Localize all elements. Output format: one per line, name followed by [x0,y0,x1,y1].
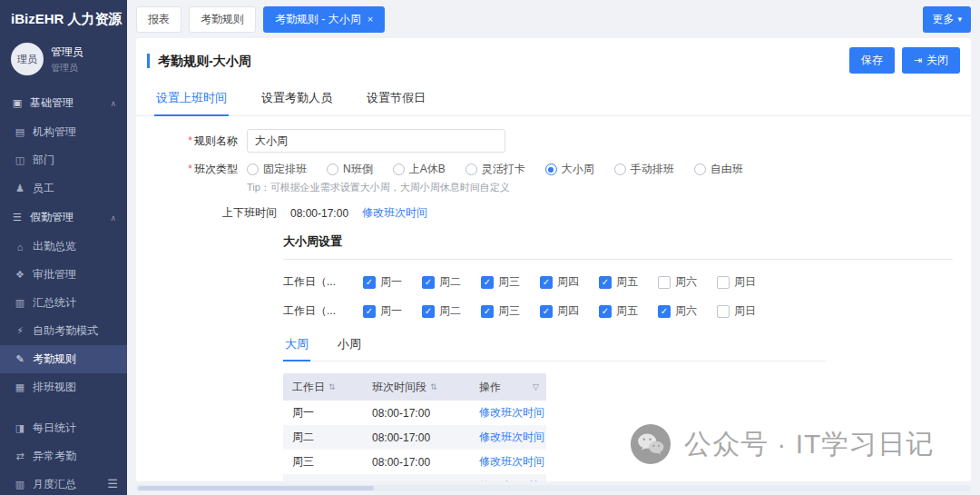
day-label: 周四 [557,303,579,319]
shift-type-option[interactable]: N班倒 [327,162,373,177]
exit-icon: ⇥ [914,54,922,66]
cell-workday: 周一 [283,405,365,421]
swap-arrows-icon: ⇄ [14,450,26,462]
shift-type-options: 固定排班N班倒上A休B灵活打卡大小周手动排班自由班 [247,162,743,177]
page-tab[interactable]: 设置上班时间 [154,83,229,116]
shift-type-option[interactable]: 上A休B [393,162,446,177]
horizontal-scrollbar[interactable] [136,485,971,491]
day-checkbox-option[interactable]: ✓周三 [481,274,520,290]
rule-name-input[interactable] [247,129,505,153]
radio-label: 固定排班 [263,162,307,177]
shift-type-option[interactable]: 自由班 [694,162,743,177]
day-checkbox-option[interactable]: 周日 [717,274,756,290]
day-checkbox-option[interactable]: ✓周一 [363,303,402,319]
tag-icon: ❖ [14,269,26,281]
day-checkbox-option[interactable]: ✓周五 [599,303,638,319]
sidebar-item[interactable]: ◨每日统计 [0,414,127,442]
day-checkbox-option[interactable]: ✓周一 [363,274,402,290]
sidebar-item[interactable]: ♟员工 [0,174,127,203]
user-panel: 理员 管理员 管理员 [0,35,127,86]
day-checkbox-option[interactable]: ✓周二 [422,303,461,319]
page-card: 考勤规则-大小周 保存 ⇥ 关闭 设置上班时间设置考勤人员设置节假日 *规则名称 [136,38,971,481]
close-button[interactable]: ⇥ 关闭 [902,47,960,74]
week-size-tab[interactable]: 大周 [283,332,310,361]
scrollbar-thumb[interactable] [138,486,374,490]
sidebar-item[interactable]: ⌂出勤总览 [0,233,127,261]
filter-icon[interactable]: ▽ [533,382,539,391]
modify-shift-link[interactable]: 修改班次时间 [479,430,544,445]
sidebar-group-label: 基础管理 [30,95,74,111]
save-label: 保存 [861,53,883,68]
sort-icon[interactable]: ⇅ [328,382,336,391]
chevron-up-icon: ∧ [110,213,116,223]
sidebar-item[interactable]: ◫部门 [0,146,127,174]
radio-icon [466,163,477,175]
window-tab[interactable]: 考勤规则 - 大小周× [263,6,385,33]
sidebar-item[interactable]: ▥汇总统计 [0,289,127,317]
day-checkbox-option[interactable]: ✓周五 [599,274,638,290]
radio-label: 手动排班 [631,162,674,177]
sidebar-item-label: 出勤总览 [33,239,76,254]
shift-type-option[interactable]: 灵活打卡 [466,162,525,177]
cell-shift-time: 08:00-17:00 [365,431,465,444]
calendar-icon: ▦ [14,381,26,393]
modify-shift-link[interactable]: 修改班次时间 [479,479,544,481]
day-checkbox-option[interactable]: ✓周二 [422,274,461,290]
sort-icon[interactable]: ⇅ [430,382,437,391]
sidebar-item[interactable]: ✎考勤规则 [0,345,127,373]
window-tab[interactable]: 考勤规则 [189,6,256,33]
checkbox-icon [658,276,671,289]
page-header: 考勤规则-大小周 保存 ⇥ 关闭 [136,38,971,81]
summary-stats-icon: ▥ [14,297,26,309]
worktime-row: 上下班时间 08:00-17:00 修改班次时间 [222,205,953,221]
sidebar-group-header[interactable]: ☰假勤管理∧ [0,203,127,233]
more-label: 更多 [932,12,954,27]
shift-type-option[interactable]: 固定排班 [247,162,307,177]
modify-shift-link[interactable]: 修改班次时间 [479,454,544,470]
shift-type-option[interactable]: 手动排班 [614,162,674,177]
week-size-tab[interactable]: 小周 [336,332,363,361]
avatar: 理员 [11,43,44,75]
sidebar-item[interactable]: ⚡自助考勤模式 [0,317,127,345]
page-tab[interactable]: 设置考勤人员 [260,83,334,115]
sidebar-item[interactable]: ▤机构管理 [0,118,127,146]
day-checkbox-option[interactable]: ✓周四 [540,303,579,319]
day-label: 周一 [380,274,402,290]
sidebar-item[interactable]: ⇄异常考勤 [0,442,127,470]
day-checkbox-option[interactable]: 周日 [717,303,756,319]
required-mark: * [188,134,192,147]
sidebar: iBizEHR 人力资源 理员 管理员 管理员 ▣基础管理∧▤机构管理◫部门♟员… [0,0,127,495]
section-title: 大小周设置 [283,233,953,260]
save-button[interactable]: 保存 [849,47,895,74]
sidebar-item-label: 考勤规则 [33,351,76,367]
week-rows: 工作日（...✓周一✓周二✓周三✓周四✓周五周六周日工作日（...✓周一✓周二✓… [283,274,953,319]
sidebar-item[interactable]: ▦排班视图 [0,373,127,401]
sidebar-collapse-button[interactable]: ☰ [107,477,118,490]
checkbox-icon: ✓ [599,276,612,289]
shift-type-option[interactable]: 大小周 [545,162,594,177]
day-checkbox-option[interactable]: ✓周四 [540,274,579,290]
window-tab[interactable]: 报表 [136,6,181,33]
checkbox-icon: ✓ [599,305,612,318]
table-body: 周一08:00-17:00修改班次时间周二08:00-17:00修改班次时间周三… [283,401,546,481]
day-checkbox-option[interactable]: ✓周六 [658,303,697,319]
caret-down-icon: ▾ [957,15,962,24]
cell-action: 修改班次时间 [465,430,546,445]
day-checkbox-option[interactable]: ✓周三 [481,303,520,319]
checkbox-icon: ✓ [422,276,435,289]
cell-action: 修改班次时间 [465,405,546,421]
modify-shift-link[interactable]: 修改班次时间 [479,405,544,421]
sidebar-item-label: 部门 [33,153,54,168]
sidebar-group-header[interactable]: ▣基础管理∧ [0,88,127,118]
building-icon: ▤ [14,126,26,138]
sidebar-item[interactable]: ❖审批管理 [0,261,127,289]
close-tab-icon[interactable]: × [368,14,373,25]
workday-row-label: 工作日（... [283,303,343,319]
day-checkbox-option[interactable]: 周六 [658,274,697,290]
modify-shift-link[interactable]: 修改班次时间 [362,205,427,221]
checkbox-icon [717,305,730,318]
day-label: 周四 [557,274,579,290]
more-button[interactable]: 更多 ▾ [923,6,971,33]
checkbox-icon: ✓ [363,276,376,289]
page-tab[interactable]: 设置节假日 [365,83,427,115]
